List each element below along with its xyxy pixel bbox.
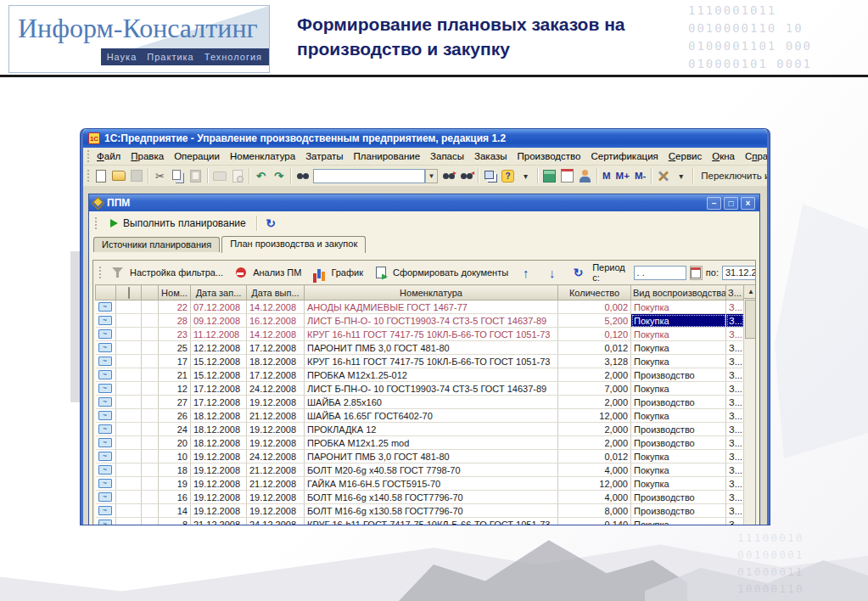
table-row[interactable]: ~821.12.200824.12.2008КРУГ 16-h11 ГОСТ 7… xyxy=(96,518,744,525)
doc-status-cell[interactable]: ~ xyxy=(96,328,116,341)
open-folder-icon[interactable] xyxy=(110,169,126,183)
toolbar-grip[interactable] xyxy=(95,217,99,229)
reproduction-kind-cell[interactable]: Покупка xyxy=(631,518,726,525)
reproduction-kind-cell[interactable]: Производство xyxy=(631,491,726,504)
column-header-d2[interactable]: Дата вып... xyxy=(247,285,305,300)
minimize-button[interactable]: – xyxy=(707,197,721,210)
spacer-cell[interactable] xyxy=(142,368,159,382)
order-ref-cell[interactable]: З... xyxy=(726,328,744,341)
mark-cell[interactable] xyxy=(116,504,142,518)
mark-cell[interactable] xyxy=(116,396,142,409)
spacer-cell[interactable] xyxy=(142,341,159,355)
quantity-cell[interactable]: 4,000 xyxy=(558,491,631,504)
spacer-cell[interactable] xyxy=(142,463,159,477)
quantity-cell[interactable]: 4,000 xyxy=(558,463,631,477)
cut-icon[interactable] xyxy=(152,169,168,183)
mark-cell[interactable] xyxy=(116,463,142,477)
nomenclature-cell[interactable]: БОЛТ М20-6g х40.58 ГОСТ 7798-70 xyxy=(305,463,558,477)
nomenclature-cell[interactable]: БОЛТ М16-6g х140.58 ГОСТ7796-70 xyxy=(305,491,558,504)
order-number-cell[interactable]: 21 xyxy=(159,368,191,382)
reproduction-kind-cell[interactable]: Покупка xyxy=(631,463,726,477)
order-number-cell[interactable]: 17 xyxy=(159,355,191,368)
reproduction-kind-cell[interactable]: Производство xyxy=(631,368,726,382)
due-date-cell[interactable]: 21.12.2008 xyxy=(247,477,305,491)
quantity-cell[interactable]: 12,000 xyxy=(558,477,631,491)
order-date-cell[interactable]: 19.12.2008 xyxy=(191,491,247,504)
order-ref-cell[interactable]: З... xyxy=(726,463,744,477)
mark-cell[interactable] xyxy=(116,477,142,491)
column-header-kind[interactable]: Вид воспроизводства xyxy=(631,285,726,300)
doc-status-cell[interactable]: ~ xyxy=(96,341,116,355)
maximize-button[interactable]: □ xyxy=(724,197,738,210)
order-ref-cell[interactable]: З... xyxy=(726,518,744,525)
order-date-cell[interactable]: 11.12.2008 xyxy=(191,328,247,341)
arrow-up-icon[interactable] xyxy=(513,265,538,281)
table-row[interactable]: ~2018.12.200819.12.2008ПРОБКА М12х1.25 m… xyxy=(96,436,744,450)
menu-item-9[interactable]: Производство xyxy=(512,149,585,163)
due-date-cell[interactable]: 21.12.2008 xyxy=(247,409,305,423)
order-number-cell[interactable]: 20 xyxy=(159,436,191,450)
nomenclature-cell[interactable]: ПРОБКА М12х1.25-012 xyxy=(305,368,558,382)
column-header-doc[interactable] xyxy=(96,285,116,300)
due-date-cell[interactable]: 14.12.2008 xyxy=(247,300,305,314)
table-row[interactable]: ~1715.12.200818.12.2008КРУГ 16-h11 ГОСТ … xyxy=(96,355,744,368)
order-ref-cell[interactable]: З... xyxy=(726,382,744,396)
spacer-cell[interactable] xyxy=(142,504,159,518)
chevron-down-icon[interactable] xyxy=(518,169,534,183)
mark-cell[interactable] xyxy=(116,450,142,463)
find-icon[interactable] xyxy=(294,169,311,183)
toolbar-button-М[interactable]: М xyxy=(600,171,613,181)
menu-item-7[interactable]: Запасы xyxy=(425,149,469,163)
calculator-icon[interactable] xyxy=(541,169,557,183)
refresh-icon[interactable] xyxy=(263,216,279,231)
doc-status-cell[interactable]: ~ xyxy=(96,436,116,450)
due-date-cell[interactable]: 17.12.2008 xyxy=(247,341,305,355)
order-date-cell[interactable]: 18.12.2008 xyxy=(191,423,247,436)
order-number-cell[interactable]: 25 xyxy=(159,341,191,355)
menu-item-12[interactable]: Окна xyxy=(707,149,740,163)
doc-status-cell[interactable]: ~ xyxy=(96,450,116,463)
order-date-cell[interactable]: 21.12.2008 xyxy=(191,518,247,525)
order-ref-cell[interactable]: З... xyxy=(726,341,744,355)
table-row[interactable]: ~1819.12.200821.12.2008БОЛТ М20-6g х40.5… xyxy=(96,463,744,477)
order-date-cell[interactable]: 15.12.2008 xyxy=(191,368,247,382)
order-date-cell[interactable]: 15.12.2008 xyxy=(191,355,247,368)
nomenclature-cell[interactable]: АНОДЫ КАДМИЕВЫЕ ГОСТ 1467-77 xyxy=(305,300,558,314)
column-header-d1[interactable]: Дата зап... xyxy=(191,285,247,300)
reproduction-kind-cell[interactable]: Производство xyxy=(631,396,726,409)
due-date-cell[interactable]: 19.12.2008 xyxy=(247,396,305,409)
nomenclature-cell[interactable]: ЛИСТ Б-ПН-О- 10 ГОСТ19903-74 СТ3-5 ГОСТ … xyxy=(305,314,558,328)
order-ref-cell[interactable]: З... xyxy=(726,491,744,504)
order-number-cell[interactable]: 14 xyxy=(159,504,191,518)
due-date-cell[interactable]: 19.12.2008 xyxy=(247,504,305,518)
toolbar-grip[interactable] xyxy=(87,170,89,182)
toolbar-button-М+[interactable]: М+ xyxy=(613,171,632,181)
spacer-cell[interactable] xyxy=(142,409,159,423)
mark-cell[interactable] xyxy=(116,368,142,382)
mark-cell[interactable] xyxy=(116,300,142,314)
mark-cell[interactable] xyxy=(116,423,142,436)
chevron-down-icon[interactable]: ▼ xyxy=(425,169,438,183)
tools-icon[interactable] xyxy=(655,169,671,183)
column-header-qty[interactable]: Количество xyxy=(558,285,631,300)
menu-item-1[interactable]: Файл xyxy=(92,149,126,163)
reproduction-kind-cell[interactable]: Покупка xyxy=(631,355,726,368)
nomenclature-cell[interactable]: КРУГ 16-h11 ГОСТ 7417-75 10КЛ-Б-66-ТО ГО… xyxy=(305,328,558,341)
reproduction-kind-cell[interactable]: Производство xyxy=(631,436,726,450)
nomenclature-cell[interactable]: ПРОКЛАДКА 12 xyxy=(305,423,558,436)
spacer-cell[interactable] xyxy=(142,396,159,409)
refresh-icon[interactable] xyxy=(566,265,591,281)
order-number-cell[interactable]: 19 xyxy=(159,477,191,491)
doc-status-cell[interactable]: ~ xyxy=(96,463,116,477)
order-date-cell[interactable]: 18.12.2008 xyxy=(191,436,247,450)
reproduction-kind-cell[interactable]: Покупка xyxy=(631,382,726,396)
table-row[interactable]: ~1919.12.200821.12.2008ГАЙКА М16-6Н.5 ГО… xyxy=(96,477,744,491)
spacer-cell[interactable] xyxy=(142,518,159,525)
redo-icon[interactable] xyxy=(271,169,287,183)
menu-item-4[interactable]: Номенклатура xyxy=(225,149,300,163)
due-date-cell[interactable]: 16.12.2008 xyxy=(247,314,305,328)
spacer-cell[interactable] xyxy=(142,355,159,368)
reproduction-kind-cell[interactable]: Покупка xyxy=(631,450,726,463)
find-previous-icon[interactable] xyxy=(458,169,474,183)
quantity-cell[interactable]: 2,000 xyxy=(558,423,631,436)
